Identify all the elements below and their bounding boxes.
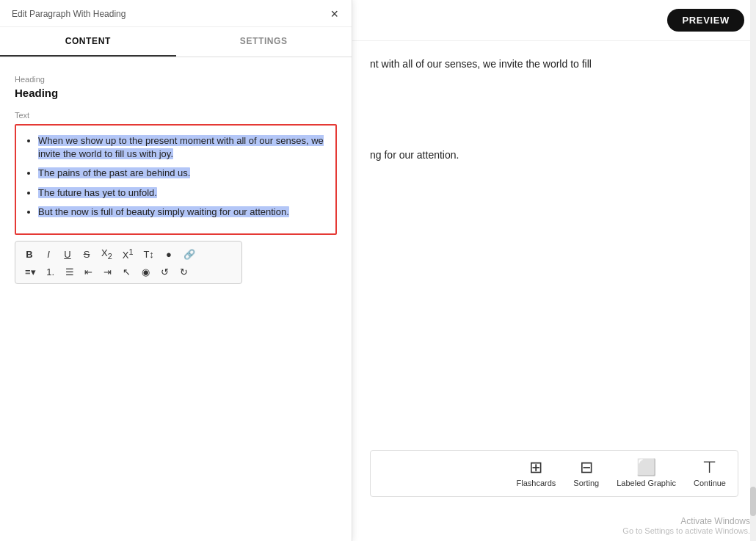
labeled-graphic-label: Labeled Graphic [617,479,676,487]
heading-value: Heading [15,87,337,99]
list-item: The pains of the past are behind us. [38,167,327,180]
panel-title: Edit Paragraph With Heading [12,9,126,19]
right-panel: PREVIEW nt with all of our senses, we in… [352,0,756,541]
text-editor[interactable]: When we show up to the present moment wi… [15,124,337,235]
bottom-toolbar: ⊞ Flashcards ⊟ Sorting ⬜ Labeled Graphic… [370,450,738,497]
formatting-toolbar: B I U S X2 X1 T↕ ● 🔗 ≡▾ 1. ☰ ⇤ ⇥ ↖ [15,241,242,284]
sorting-label: Sorting [573,479,599,487]
flashcards-icon: ⊞ [529,460,542,476]
panel-content: Heading Heading Text When we show up to … [0,57,352,541]
ordered-list-button[interactable]: 1. [43,265,59,279]
labeled-graphic-icon: ⬜ [636,460,656,476]
link-button[interactable]: 🔗 [180,247,199,261]
toolbar-row-2: ≡▾ 1. ☰ ⇤ ⇥ ↖ ◉ ↺ ↻ [21,265,236,279]
color-button[interactable]: ● [161,247,177,261]
underline-button[interactable]: U [59,247,76,261]
windows-activate-title: Activate Windows [622,516,750,526]
scrollbar-thumb[interactable] [750,487,756,516]
subscript-button[interactable]: X2 [98,246,116,262]
close-button[interactable]: × [329,7,340,21]
continue-item[interactable]: ⊤ Continue [694,460,726,487]
undo-button[interactable]: ↺ [157,265,173,279]
text-size-button[interactable]: T↕ [139,247,157,261]
list-item: When we show up to the present moment wi… [38,134,327,161]
superscript-button[interactable]: X1 [119,246,137,262]
tab-content[interactable]: CONTENT [0,27,176,57]
redo-button[interactable]: ↻ [176,265,192,279]
indent-increase-button[interactable]: ⇥ [100,265,116,279]
tab-settings[interactable]: SETTINGS [176,27,352,57]
panel-header: Edit Paragraph With Heading × [0,0,352,27]
preview-text-1: nt with all of our senses, we invite the… [370,56,738,72]
sorting-item[interactable]: ⊟ Sorting [573,460,599,487]
bold-button[interactable]: B [21,247,37,261]
left-panel: Edit Paragraph With Heading × CONTENT SE… [0,0,352,541]
windows-activate-sub: Go to Settings to activate Windows. [622,526,750,535]
toolbar-row-1: B I U S X2 X1 T↕ ● 🔗 [21,246,236,262]
bullet-list: When we show up to the present moment wi… [25,134,327,219]
select-button[interactable]: ↖ [119,265,135,279]
sorting-icon: ⊟ [580,460,593,476]
preview-button[interactable]: PREVIEW [667,9,744,32]
indent-decrease-button[interactable]: ⇤ [81,265,97,279]
top-bar: PREVIEW [352,0,756,41]
flashcards-label: Flashcards [517,479,556,487]
italic-button[interactable]: I [40,247,57,261]
tabs-container: CONTENT SETTINGS [0,27,352,57]
list-item: The future has yet to unfold. [38,186,327,200]
strikethrough-button[interactable]: S [79,247,95,261]
heading-field-label: Heading [15,75,337,84]
highlight-button[interactable]: ◉ [138,265,154,279]
main-container: Edit Paragraph With Heading × CONTENT SE… [0,0,756,541]
bullet-list-button[interactable]: ☰ [62,265,78,279]
preview-text-2: ng for our attention. [370,147,738,163]
continue-label: Continue [694,479,726,487]
text-field-label: Text [15,111,337,120]
windows-notice: Activate Windows Go to Settings to activ… [622,516,750,535]
scrollbar[interactable] [750,0,756,541]
labeled-graphic-item[interactable]: ⬜ Labeled Graphic [617,460,676,487]
list-item: But the now is full of beauty simply wai… [38,206,327,219]
align-button[interactable]: ≡▾ [21,265,40,279]
continue-icon: ⊤ [702,460,716,476]
flashcards-item[interactable]: ⊞ Flashcards [517,460,556,487]
